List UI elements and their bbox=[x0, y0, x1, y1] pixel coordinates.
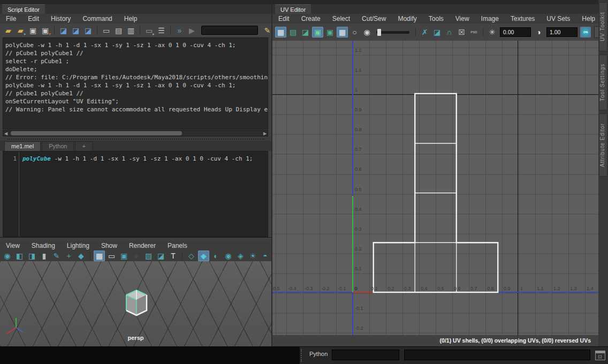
psd-icon[interactable]: PSD bbox=[468, 27, 480, 37]
shade-uvs-icon[interactable]: ○ bbox=[349, 27, 360, 37]
cube-uv-shell[interactable] bbox=[272, 41, 598, 346]
display-image-icon[interactable]: ◉ bbox=[361, 27, 373, 37]
safe-action-icon[interactable]: ▨ bbox=[143, 251, 154, 261]
open-script-icon[interactable]: ▰ bbox=[3, 25, 14, 36]
menu-modify[interactable]: Modify bbox=[392, 15, 422, 22]
input-layout-icon[interactable]: ▥ bbox=[125, 25, 136, 36]
menu-help[interactable]: Help bbox=[118, 15, 143, 22]
image-editor-icon[interactable]: ◪ bbox=[431, 27, 443, 37]
menu-edit[interactable]: Edit bbox=[272, 15, 295, 22]
pixel-grid-icon[interactable]: ▦ bbox=[337, 27, 348, 37]
echo-all-commands-icon[interactable]: ▭▸ bbox=[143, 25, 155, 36]
menu-create[interactable]: Create bbox=[295, 15, 326, 22]
scrollbar-thumb[interactable] bbox=[11, 131, 182, 135]
contrast-icon[interactable]: ◑ bbox=[533, 27, 544, 37]
script-output-area[interactable]: polyCube -w 1 -h 1 -d 1 -sx 1 -sy 1 -sz … bbox=[3, 37, 268, 130]
image-plane-icon[interactable]: ◪ bbox=[155, 251, 166, 261]
menu-panels[interactable]: Panels bbox=[162, 242, 193, 249]
menu-show[interactable]: Show bbox=[95, 242, 123, 249]
menu-image[interactable]: Image bbox=[475, 15, 505, 22]
menu-renderer[interactable]: Renderer bbox=[123, 242, 162, 249]
hud-icon[interactable]: T bbox=[168, 251, 179, 261]
menu-uv-sets[interactable]: UV Sets bbox=[541, 15, 576, 22]
menu-edit[interactable]: Edit bbox=[22, 15, 45, 22]
sculpt-icon[interactable]: ◆ bbox=[75, 251, 87, 261]
menu-help[interactable]: Help bbox=[576, 15, 598, 22]
menu-history[interactable]: History bbox=[45, 15, 77, 22]
snap-magnet-icon[interactable]: ∩ bbox=[444, 27, 455, 37]
dock-tab-uv-toolkit[interactable]: UV Toolkit bbox=[599, 2, 607, 51]
menu-shading[interactable]: Shading bbox=[26, 242, 61, 249]
shaded-tiles-icon[interactable]: ◪ bbox=[300, 27, 311, 37]
wireframe-on-shaded-icon[interactable]: ◈ bbox=[235, 251, 246, 261]
dim-texture-borders-icon[interactable]: ▣ bbox=[324, 27, 336, 37]
menu-tools[interactable]: Tools bbox=[423, 15, 450, 22]
view-transform-dropdown[interactable]: sRGB gamma▾ bbox=[594, 26, 598, 38]
save-script-icon[interactable]: ▣ bbox=[27, 25, 39, 36]
command-line-grip[interactable] bbox=[301, 349, 303, 362]
menu-view[interactable]: View bbox=[450, 15, 475, 22]
menu-view[interactable]: View bbox=[0, 242, 26, 249]
uv-distortion-icon[interactable]: ▦ bbox=[275, 27, 286, 37]
menu-lighting[interactable]: Lighting bbox=[61, 242, 95, 249]
dock-tab-attribute-editor[interactable]: Attribute Editor bbox=[599, 113, 607, 177]
execute-icon[interactable]: ▶ bbox=[186, 25, 197, 36]
menu-file[interactable]: File bbox=[0, 15, 22, 22]
clear-history-icon[interactable]: ◪ bbox=[58, 25, 69, 36]
script-editor-splitter[interactable] bbox=[0, 137, 271, 141]
uv-editor-panel-tab[interactable]: UV Editor bbox=[275, 4, 311, 14]
gate-mask-icon[interactable]: ● bbox=[131, 251, 142, 261]
source-script-icon[interactable]: ▰▸ bbox=[15, 25, 26, 36]
exposure-field[interactable]: 0.00 bbox=[500, 27, 531, 37]
default-lighting-icon[interactable]: ☀ bbox=[247, 251, 259, 261]
smooth-shade-icon[interactable]: ◆ bbox=[198, 251, 209, 261]
film-gate-icon[interactable]: ▭ bbox=[106, 251, 117, 261]
command-line-input[interactable] bbox=[332, 350, 399, 360]
scroll-right-arrow-icon[interactable]: ▶ bbox=[262, 131, 268, 136]
clear-input-icon[interactable]: ◪ bbox=[70, 25, 81, 36]
script-input-code[interactable]: polyCube -w 1 -h 1 -d 1 -sx 1 -sy 1 -sz … bbox=[19, 151, 253, 237]
menu-textures[interactable]: Textures bbox=[505, 15, 541, 22]
shade-textured-icon[interactable]: ◐ bbox=[210, 251, 222, 261]
clear-all-icon[interactable]: ◪ bbox=[82, 25, 94, 36]
wireframe-icon[interactable]: ◇ bbox=[186, 251, 197, 261]
scroll-left-arrow-icon[interactable]: ◀ bbox=[3, 131, 9, 136]
texture-borders-icon[interactable]: ▣ bbox=[312, 27, 323, 37]
grid-display-icon[interactable]: ▦ bbox=[94, 251, 105, 261]
isolate-select-icon[interactable]: ☒ bbox=[456, 27, 467, 37]
gain-field[interactable]: 1.00 bbox=[546, 27, 577, 37]
script-input-area[interactable]: 1 polyCube -w 1 -h 1 -d 1 -sx 1 -sy 1 -s… bbox=[3, 151, 268, 237]
execute-all-icon[interactable]: » bbox=[174, 25, 185, 36]
textured-icon[interactable]: ◓ bbox=[260, 251, 271, 261]
tumble-camera-icon[interactable]: ◉ bbox=[2, 251, 13, 261]
script-output-hscrollbar[interactable]: ◀ ▶ bbox=[3, 130, 268, 136]
history-layout-icon[interactable]: ▭ bbox=[101, 25, 112, 36]
pen-icon[interactable]: ✎ bbox=[51, 251, 62, 261]
tile-grid-icon[interactable]: ▤ bbox=[287, 27, 299, 37]
split-layout-icon[interactable]: ▤ bbox=[113, 25, 124, 36]
script-editor-panel-tab[interactable]: Script Editor bbox=[2, 4, 45, 14]
exposure-icon[interactable]: ✳ bbox=[487, 27, 498, 37]
dolly-camera-icon[interactable]: ◨ bbox=[26, 251, 37, 261]
script-editor-button[interactable]: {;} bbox=[594, 350, 606, 361]
uv-view-canvas[interactable]: -0.5-0.4-0.3-0.2-0.100.10.20.30.40.50.60… bbox=[272, 41, 598, 346]
bookmark-icon[interactable]: ▮ bbox=[39, 251, 50, 261]
toolbar-search-input[interactable] bbox=[201, 26, 258, 35]
track-camera-icon[interactable]: ◧ bbox=[14, 251, 25, 261]
menu-command[interactable]: Command bbox=[77, 15, 118, 22]
uv-shuffle-icon[interactable]: ✗ bbox=[419, 27, 430, 37]
script-tab-python[interactable]: Python bbox=[42, 141, 74, 151]
command-line-language-label[interactable]: Python bbox=[309, 351, 328, 357]
script-tab-me1-mel[interactable]: me1.mel bbox=[4, 141, 41, 151]
show-line-numbers-icon[interactable]: ☰ bbox=[156, 25, 167, 36]
dock-tab-tool-settings[interactable]: Tool Settings bbox=[599, 55, 607, 110]
menu-select[interactable]: Select bbox=[326, 15, 356, 22]
axis-manip-icon[interactable]: + bbox=[63, 251, 74, 261]
dim-image-slider[interactable] bbox=[376, 31, 409, 34]
help-line-field[interactable] bbox=[404, 350, 590, 360]
menu-cut-sew[interactable]: Cut/Sew bbox=[356, 15, 392, 22]
resolution-gate-icon[interactable]: ▣ bbox=[118, 251, 130, 261]
poly-cube-object[interactable] bbox=[121, 287, 152, 322]
save-script-to-shelf-icon[interactable]: ▣▾ bbox=[40, 25, 51, 36]
dim-image-slider-knob[interactable] bbox=[377, 29, 381, 36]
